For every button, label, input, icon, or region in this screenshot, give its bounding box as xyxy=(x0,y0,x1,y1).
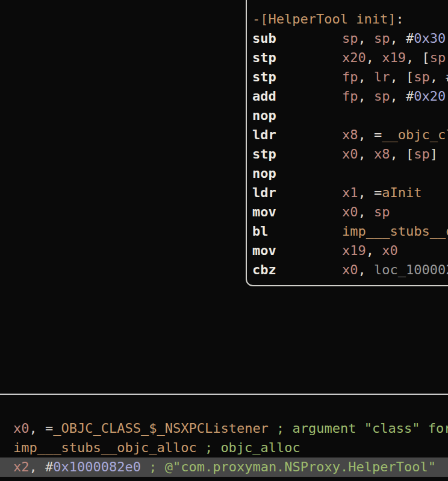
operands: x0, loc_100002 xyxy=(342,262,448,277)
asm-instruction-row[interactable]: blimp___stubs__o xyxy=(252,222,448,241)
token-register: x0 xyxy=(382,243,398,258)
operands: x0, sp ; xyxy=(342,204,448,219)
assembly-listing: -[HelperTool init]: subsp, sp, #0x30stpx… xyxy=(247,0,448,280)
token-register: x2 xyxy=(13,459,30,474)
asm-instruction-row[interactable]: subsp, sp, #0x30 xyxy=(252,29,448,48)
token-register: x0 xyxy=(342,146,358,162)
token-punctuation: , xyxy=(358,204,375,219)
token-punctuation: , [ xyxy=(406,50,430,65)
asm-instruction-row[interactable]: cbzx0, loc_100002 xyxy=(252,260,448,280)
token-register: sp xyxy=(414,146,430,162)
token-punctuation: , = xyxy=(358,185,382,200)
mnemonic-token: cbz xyxy=(252,260,342,280)
token-punctuation: , # xyxy=(430,69,448,84)
token-number: 0x30 xyxy=(414,31,446,46)
mnemonic-token: mov xyxy=(252,241,342,260)
token-register: sp xyxy=(342,31,358,46)
procedure-label-line[interactable]: -[HelperTool init]: xyxy=(252,10,448,29)
mnemonic-token: stp xyxy=(252,145,342,164)
asm-instruction-row[interactable]: nop xyxy=(252,106,448,125)
token-punctuation: , xyxy=(366,50,382,65)
mnemonic-token: mov xyxy=(252,203,342,222)
asm-instruction-row[interactable]: stpfp, lr, [sp, # xyxy=(252,68,448,87)
token-punctuation: , = xyxy=(30,421,54,436)
token-register: sp xyxy=(414,69,430,84)
token-punctuation: , [ xyxy=(390,69,414,84)
token-punctuation: , xyxy=(358,89,375,104)
token-symbol: _OBJC_CLASS_$_NSXPCListener xyxy=(53,421,269,436)
token-register: x8 xyxy=(374,146,390,162)
token-punctuation: , # xyxy=(30,459,54,474)
token-register: lr xyxy=(374,69,390,84)
token-punctuation: , xyxy=(358,69,375,84)
operands: fp, lr, [sp, # xyxy=(342,69,448,84)
operands: x0, x8, [sp] xyxy=(342,146,438,162)
token-symbol: imp___stubs__objc_alloc xyxy=(13,440,197,455)
disassembly-pane: x0, =_OBJC_CLASS_$_NSXPCListener ; argum… xyxy=(0,395,448,481)
assembly-instruction-list: subsp, sp, #0x30stpx20, x19, [sp,stpfp, … xyxy=(252,29,448,280)
token-register: x0 xyxy=(342,262,358,277)
token-punctuation: , xyxy=(446,50,448,65)
token-comment: ; @"com.proxyman.NSProxy.HelperTool" xyxy=(141,459,436,474)
mnemonic-token: stp xyxy=(252,48,342,68)
token-comment: ; xyxy=(446,204,448,219)
disasm-line[interactable]: imp___stubs__objc_alloc ; objc_alloc xyxy=(0,438,448,457)
operands: x20, x19, [sp, xyxy=(342,50,448,65)
token-register: x20 xyxy=(342,50,366,65)
asm-instruction-row[interactable]: addfp, sp, #0x20 xyxy=(252,87,448,106)
token-punctuation: , # xyxy=(390,31,414,46)
token-punctuation: , xyxy=(358,146,375,162)
asm-instruction-row[interactable]: movx19, x0 xyxy=(252,241,448,260)
token-register: x1 xyxy=(342,185,358,200)
token-punctuation: ] xyxy=(430,146,438,162)
token-comment: ; objc_alloc xyxy=(197,440,300,455)
token-punctuation: , xyxy=(358,262,375,277)
token-punctuation: , xyxy=(358,31,375,46)
token-register: sp xyxy=(374,89,390,104)
mnemonic-token: sub xyxy=(252,29,342,48)
asm-instruction-row[interactable]: ldrx8, =__objc_cl xyxy=(252,125,448,145)
mnemonic-token: nop xyxy=(252,164,342,183)
token-punctuation: , [ xyxy=(390,146,414,162)
asm-instruction-row[interactable]: nop xyxy=(252,164,448,183)
operands: x1, =aInit ; xyxy=(342,185,448,200)
disasm-line[interactable]: x0, =_OBJC_CLASS_$_NSXPCListener ; argum… xyxy=(0,419,448,438)
token-location: loc_100002 xyxy=(374,262,448,277)
token-comment: ; argument "class" for xyxy=(269,421,448,436)
token-punctuation: , # xyxy=(390,89,414,104)
token-register: sp xyxy=(374,31,390,46)
asm-instruction-row[interactable]: stpx0, x8, [sp] xyxy=(252,145,448,164)
asm-instruction-row[interactable]: movx0, sp ; xyxy=(252,203,448,222)
token-symbol: imp___stubs__o xyxy=(342,224,448,239)
token-punctuation: : xyxy=(396,11,403,27)
operands: fp, sp, #0x20 xyxy=(342,89,446,104)
disassembly-line-list: x0, =_OBJC_CLASS_$_NSXPCListener ; argum… xyxy=(0,395,448,477)
mnemonic-token: nop xyxy=(252,106,342,125)
token-punctuation: , = xyxy=(358,127,382,142)
instruction-popover: -[HelperTool init]: subsp, sp, #0x30stpx… xyxy=(246,0,448,286)
disasm-line-selected[interactable]: x2, #0x1000082e0 ; @"com.proxyman.NSProx… xyxy=(0,457,448,477)
operands: x8, =__objc_cl xyxy=(342,127,448,142)
token-register: sp xyxy=(374,204,390,219)
asm-instruction-row[interactable]: ldrx1, =aInit ; xyxy=(252,183,448,203)
token-symbol: aInit xyxy=(382,185,422,200)
token-register: x8 xyxy=(342,127,358,142)
operands: imp___stubs__o xyxy=(342,224,448,239)
operands: x19, x0 xyxy=(342,243,398,258)
token-number: 0x1000082e0 xyxy=(53,459,141,474)
operands: sp, sp, #0x30 xyxy=(342,31,446,46)
asm-instruction-row[interactable]: stpx20, x19, [sp, xyxy=(252,48,448,68)
mnemonic-token: bl xyxy=(252,222,342,241)
token-symbol: -[HelperTool init] xyxy=(252,11,396,27)
mnemonic-token: ldr xyxy=(252,183,342,203)
token-plain xyxy=(390,204,446,219)
token-symbol: __objc_cl xyxy=(382,127,448,142)
token-register: x19 xyxy=(342,243,366,258)
token-register: x0 xyxy=(13,421,30,436)
token-number: 0x20 xyxy=(414,89,446,104)
token-register: sp xyxy=(430,50,446,65)
token-register: fp xyxy=(342,89,358,104)
token-punctuation: , xyxy=(366,243,382,258)
mnemonic-token: stp xyxy=(252,68,342,87)
token-plain xyxy=(422,185,446,200)
